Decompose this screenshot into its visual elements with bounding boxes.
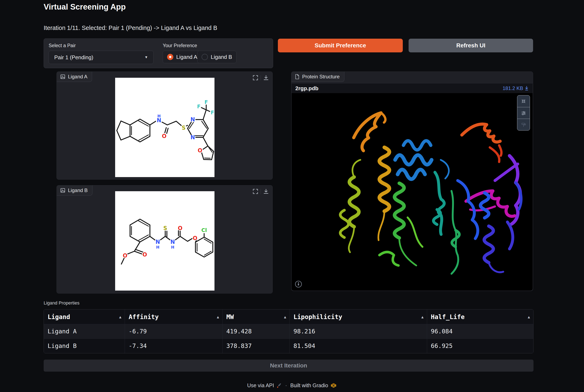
preference-label: Your Preference (163, 43, 197, 48)
sort-ascending-icon: ▲ (528, 315, 530, 319)
svg-text:O: O (142, 252, 147, 258)
svg-text:S: S (163, 225, 167, 231)
protein-3d-viewer[interactable] (292, 93, 533, 290)
protein-file-download[interactable]: 181.2 KB (502, 86, 529, 91)
svg-text:N: N (156, 239, 160, 245)
svg-text:F: F (211, 110, 214, 116)
page-title: Virtual Screening App (44, 2, 126, 12)
submit-preference-button[interactable]: Submit Preference (278, 39, 403, 52)
footer-separator: · (285, 382, 287, 388)
radio-ligand-b[interactable]: Ligand B (197, 51, 236, 63)
radio-unselected-icon (202, 54, 208, 60)
table-row: Ligand B -7.34 378.837 81.504 66.925 (44, 338, 533, 353)
cell-mw: 419.428 (222, 324, 290, 338)
protein-structure-label: Protein Structure (302, 74, 340, 80)
radio-ligand-a[interactable]: Ligand A (163, 51, 202, 63)
svg-text:H: H (157, 114, 161, 118)
ligand-a-structure-image: NH O S N N F F F O (115, 78, 214, 177)
cell-lipophilicity: 81.504 (290, 339, 427, 353)
download-icon[interactable] (263, 74, 269, 81)
pair-selection-panel: Select a Pair Pair 1 (Pending) ▼ Your Pr… (44, 38, 273, 68)
ligand-b-structure-image: NH S NH O O O O Cl (115, 191, 214, 290)
table-row: Ligand A -6.79 419.428 98.216 96.084 (44, 324, 533, 338)
sort-ascending-icon: ▲ (421, 315, 424, 319)
column-header-ligand[interactable]: Ligand▲ (44, 310, 125, 324)
svg-text:O: O (162, 133, 166, 139)
cell-affinity: -6.79 (125, 324, 222, 338)
cell-affinity: -7.34 (125, 339, 222, 353)
download-icon[interactable] (263, 188, 269, 194)
ligand-b-label: Ligand B (68, 188, 88, 193)
divider (260, 75, 261, 80)
radio-ligand-a-label: Ligand A (176, 54, 197, 60)
column-header-lipophilicity[interactable]: Lipophilicity▲ (290, 310, 427, 324)
ligand-properties-caption: Ligand Properties (44, 300, 80, 306)
radio-selected-icon (167, 54, 173, 60)
fullscreen-icon[interactable] (252, 188, 258, 194)
cell-half-life: 96.084 (427, 324, 533, 338)
svg-text:O: O (178, 225, 182, 231)
paint-roller-icon[interactable] (517, 119, 530, 130)
protein-ribbon-render (292, 93, 533, 290)
svg-text:H: H (171, 245, 174, 250)
cell-ligand: Ligand B (44, 339, 125, 353)
accessibility-info-icon[interactable] (294, 280, 302, 288)
protein-file-row: 2rgp.pdb 181.2 KB (292, 84, 533, 93)
ligand-b-chip: Ligand B (57, 186, 92, 196)
ligand-properties-table: Ligand▲ Affinity▲ MW▲ Lipophilicity▲ Hal… (44, 309, 534, 353)
use-via-api-label: Use via API (247, 382, 274, 388)
sort-ascending-icon: ▲ (119, 315, 121, 319)
cell-lipophilicity: 98.216 (290, 324, 427, 338)
svg-text:F: F (197, 104, 200, 110)
pair-dropdown[interactable]: Pair 1 (Pending) ▼ (49, 51, 154, 64)
ligand-a-image-block: Ligand A (56, 72, 273, 180)
svg-text:O: O (123, 252, 128, 259)
svg-text:F: F (204, 99, 208, 105)
radio-ligand-b-label: Ligand B (211, 54, 232, 60)
svg-text:S: S (182, 125, 186, 131)
chevron-down-icon: ▼ (144, 55, 148, 60)
collapse-view-icon[interactable] (517, 96, 530, 107)
ligand-a-label: Ligand A (68, 74, 87, 80)
svg-text:Cl: Cl (202, 227, 207, 233)
gradio-logo-icon (330, 383, 337, 388)
rocket-icon (276, 383, 282, 388)
cell-half-life: 66.925 (427, 339, 533, 353)
column-header-affinity[interactable]: Affinity▲ (125, 310, 222, 324)
iteration-status: Iteration 1/11. Selected: Pair 1 (Pendin… (44, 24, 217, 32)
svg-text:N: N (170, 239, 175, 245)
divider (260, 189, 261, 194)
ligand-a-chip: Ligand A (57, 72, 92, 82)
footer: Use via API · Built with Gradio (0, 382, 584, 388)
viewer-toolbar (517, 95, 530, 130)
column-header-half-life[interactable]: Half_Life▲ (427, 310, 533, 324)
svg-text:O: O (193, 235, 197, 241)
fullscreen-icon[interactable] (252, 74, 258, 81)
column-header-mw[interactable]: MW▲ (222, 310, 290, 324)
pair-dropdown-value: Pair 1 (Pending) (54, 54, 93, 61)
download-arrow-icon (524, 86, 529, 91)
protein-structure-chip: Protein Structure (292, 72, 344, 82)
svg-text:N: N (190, 116, 195, 123)
settings-sliders-icon[interactable] (517, 107, 530, 119)
sort-ascending-icon: ▲ (217, 315, 219, 319)
image-icon (60, 74, 66, 80)
cell-mw: 378.837 (222, 339, 290, 353)
image-icon (60, 188, 66, 193)
sort-ascending-icon: ▲ (284, 315, 286, 319)
refresh-ui-button[interactable]: Refresh UI (408, 39, 533, 52)
built-with-gradio-label: Built with Gradio (290, 382, 328, 388)
file-icon (295, 74, 300, 80)
ligand-b-image-block: Ligand B (56, 185, 273, 294)
protein-file-name: 2rgp.pdb (295, 85, 318, 92)
use-via-api-link[interactable]: Use via API (247, 382, 282, 388)
protein-file-size: 181.2 KB (502, 86, 523, 91)
table-header-row: Ligand▲ Affinity▲ MW▲ Lipophilicity▲ Hal… (44, 310, 533, 324)
svg-text:N: N (190, 134, 195, 140)
next-iteration-button[interactable]: Next Iteration (44, 360, 534, 372)
built-with-gradio-link[interactable]: Built with Gradio (290, 382, 337, 388)
svg-text:H: H (156, 245, 160, 250)
cell-ligand: Ligand A (44, 324, 125, 338)
protein-structure-block: Protein Structure 2rgp.pdb 181.2 KB (291, 72, 533, 291)
select-pair-label: Select a Pair (49, 43, 76, 48)
